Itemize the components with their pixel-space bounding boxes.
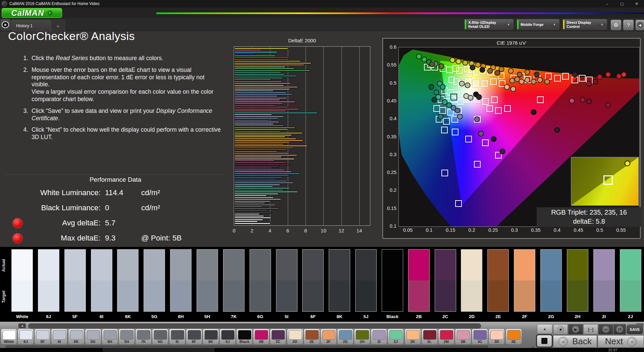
deltae-bar[interactable] [234,215,264,217]
deltae-bar[interactable] [234,116,284,118]
deltae-bar[interactable] [234,147,293,149]
deltae-bar[interactable] [234,48,288,49]
read-series-button[interactable]: ▶ [568,324,583,335]
deltae-bar[interactable] [234,140,303,141]
patch-chip-6H[interactable]: 6H [102,328,118,345]
patch-chip-2D[interactable]: 2D [287,328,303,345]
deltae-bar[interactable] [234,136,285,138]
deltae-bar[interactable] [234,77,283,79]
deltae-bar[interactable] [234,177,283,178]
patch-chip-5H[interactable]: 5H [118,328,135,345]
deltae-bar[interactable] [234,199,281,200]
deltae-bar[interactable] [234,213,260,215]
back-button[interactable]: « Back [553,335,597,348]
deltae-bar[interactable] [234,90,274,92]
deltae-bar[interactable] [234,145,308,147]
settings-button[interactable]: ⚙ [610,19,622,31]
patch-chip-2H[interactable]: 2H [354,328,370,345]
meter-dropdown-0[interactable]: X-Rite i1Display Retail OLED▼ [464,19,514,30]
maximize-button[interactable]: ▢ [614,0,629,7]
deltae-bar[interactable] [234,210,268,211]
patch-chip-7K[interactable]: 7K [135,328,152,345]
patch-chip-6G[interactable]: 6G [152,328,168,345]
deltae-bar[interactable] [234,158,294,160]
tab-scroll-button[interactable]: ▶ [1,19,10,30]
patch-chip-5J[interactable]: 5J [219,328,236,345]
deltae-bar[interactable] [234,95,277,97]
deltae-bar[interactable] [234,72,281,73]
patch-chip-6F[interactable]: 6F [186,328,202,345]
deltae-bar[interactable] [234,134,292,136]
deltae-bar[interactable] [234,155,297,156]
deltae-bar[interactable] [234,75,297,77]
deltae-bar[interactable] [234,68,294,70]
patch-chip-8K[interactable]: 8K [203,328,219,345]
deltae-bar[interactable] [234,127,295,129]
deltae-bar[interactable] [234,164,291,165]
frames-button[interactable]: [··] [583,324,598,335]
deltae-bar[interactable] [234,152,289,154]
deltae-bar[interactable] [234,169,284,171]
deltae-bar[interactable] [234,129,288,130]
deltae-bar[interactable] [234,186,273,187]
patch-chip-2K[interactable]: 2K [405,328,421,345]
scroll-left-button[interactable]: ◄ [18,323,26,328]
meter-dropdown-1[interactable]: Mobile Forge▼ [516,19,560,30]
deltae-bar[interactable] [234,162,286,164]
deltae-bar[interactable] [234,180,287,182]
patch-chip-2M[interactable]: 2M [438,328,454,345]
deltae-bar[interactable] [234,156,282,158]
deltae-bar[interactable] [234,184,280,186]
patch-chip-6I[interactable]: 6I [51,328,67,345]
deltae-bar[interactable] [234,59,289,60]
deltae-bar[interactable] [234,143,284,145]
deltae-bar[interactable] [234,141,290,143]
top-scrollbar-thumb[interactable] [28,323,481,328]
minimize-button[interactable]: – [600,0,614,7]
deltae-bar[interactable] [234,208,279,210]
deltae-bar[interactable] [234,202,265,204]
deltae-bar[interactable] [234,108,299,110]
deltae-bar[interactable] [234,86,298,88]
deltae-bar[interactable] [234,123,274,125]
patch-chip-Black[interactable]: Black [236,328,253,345]
deltae-bar[interactable] [234,55,276,57]
deltae-bar[interactable] [234,197,274,199]
deltae-bar[interactable] [234,62,311,64]
deltae-bar[interactable] [234,112,318,114]
deltae-bar[interactable] [234,206,262,208]
patch-chip-2B[interactable]: 2B [253,328,269,345]
next-button[interactable]: Next » [598,335,644,348]
meter-dropdown-2[interactable]: Direct Display Control▼ [562,19,607,30]
help-button[interactable]: ? [623,19,634,31]
deltae-bar[interactable] [234,189,284,191]
deltae-bar[interactable] [234,120,269,121]
deltae-bar[interactable] [234,118,278,119]
deltae-bar[interactable] [234,191,298,193]
deltae-bar[interactable] [234,195,267,196]
deltae-bar[interactable] [234,49,261,51]
deltae-bar[interactable] [234,171,292,173]
patch-chip-6J[interactable]: 6J [17,328,34,345]
patch-chip-2L[interactable]: 2L [421,328,438,345]
deltae-bar[interactable] [234,101,295,103]
close-button[interactable]: ✕ [629,0,644,7]
deltae-bar[interactable] [234,178,276,180]
deltae-bar[interactable] [234,219,263,221]
deltae-bar[interactable] [234,79,271,81]
deltae-bar[interactable] [234,131,281,132]
deltae-bar[interactable] [234,212,272,213]
deltae-bar[interactable] [234,88,290,90]
deltae-bar[interactable] [234,223,270,224]
patch-chip-2I[interactable]: 2I [371,328,387,345]
collapse-panel-button[interactable]: ◀ [635,19,644,31]
deltae-bar[interactable] [234,221,258,222]
deltae-bar[interactable] [234,132,303,134]
deltae-bar[interactable] [234,160,275,162]
patch-chip-2F[interactable]: 2F [320,328,337,345]
deltae-bar[interactable] [234,114,272,116]
deltae-bar[interactable] [234,85,284,86]
refresh-button[interactable]: ⟳ [613,324,626,335]
save-button[interactable]: SAVE [626,324,643,335]
deltae-bar[interactable] [234,125,284,127]
